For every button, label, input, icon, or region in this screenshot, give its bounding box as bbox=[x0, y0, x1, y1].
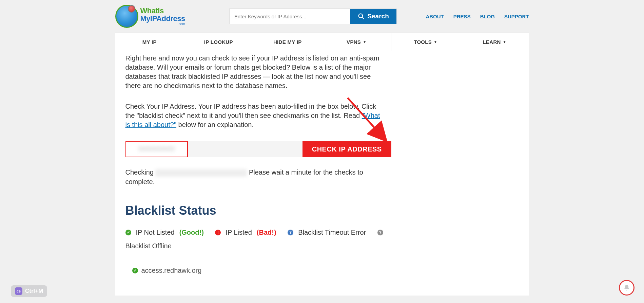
check-ip-button[interactable]: CHECK IP ADDRESS bbox=[303, 141, 391, 157]
text: Checking bbox=[125, 168, 156, 176]
link-about[interactable]: ABOUT bbox=[426, 14, 444, 19]
search-button[interactable]: Search bbox=[350, 9, 396, 24]
nav-label: MY IP bbox=[142, 39, 157, 45]
site-header: WhatIs MyIPAddress .com Search ABOUT PRE… bbox=[115, 0, 529, 33]
nav-label: VPNS bbox=[347, 39, 361, 45]
nav-label: HIDE MY IP bbox=[273, 39, 302, 45]
text: below for an explanation. bbox=[176, 121, 254, 128]
text: Check Your IP Address. Your IP address h… bbox=[125, 103, 376, 119]
check-instructions: Check Your IP Address. Your IP address h… bbox=[125, 102, 387, 129]
nav-vpns[interactable]: VPNS▼ bbox=[322, 33, 391, 51]
nav-ip-lookup[interactable]: IP LOOKUP bbox=[184, 33, 253, 51]
legend-timeout: Blacklist Timeout Error bbox=[298, 227, 366, 237]
nav-hide-my-ip[interactable]: HIDE MY IP bbox=[253, 33, 323, 51]
header-links: ABOUT PRESS BLOG SUPPORT bbox=[426, 14, 529, 19]
logo[interactable]: WhatIs MyIPAddress .com bbox=[115, 5, 185, 28]
search-input[interactable] bbox=[230, 9, 351, 24]
logo-text: WhatIs MyIPAddress .com bbox=[140, 7, 185, 26]
link-support[interactable]: SUPPORT bbox=[504, 14, 529, 19]
logo-line2: MyIPAddress bbox=[140, 15, 185, 22]
pin-icon bbox=[128, 5, 135, 13]
chevron-down-icon: ▼ bbox=[434, 40, 437, 44]
status-legend: ✓ IP Not Listed (Good!) ! IP Listed (Bad… bbox=[125, 227, 393, 251]
ip-input[interactable]: XXXXXXXXXX bbox=[125, 141, 188, 157]
legend-good-tag: (Good!) bbox=[179, 227, 204, 237]
intro-paragraph: Right here and now you can check to see … bbox=[125, 54, 387, 90]
notification-button[interactable] bbox=[619, 280, 635, 296]
question-icon: ? bbox=[377, 230, 383, 235]
nav-learn[interactable]: LEARN▼ bbox=[460, 33, 529, 51]
globe-icon bbox=[115, 5, 138, 28]
shortcut-label: Ctrl+M bbox=[25, 288, 43, 295]
search-button-label: Search bbox=[367, 13, 389, 20]
checking-status: Checking Please wait a minute for the ch… bbox=[125, 167, 376, 186]
main-content-row: Right here and now you can check to see … bbox=[115, 51, 529, 296]
ip-input-extension bbox=[188, 141, 303, 157]
nav-my-ip[interactable]: MY IP bbox=[115, 33, 184, 51]
question-icon: ? bbox=[288, 230, 293, 235]
check-icon: ✓ bbox=[125, 230, 131, 235]
article-content: Right here and now you can check to see … bbox=[115, 51, 393, 296]
nav-tools[interactable]: TOOLS▼ bbox=[391, 33, 461, 51]
search-icon bbox=[358, 13, 365, 20]
blacklist-status-heading: Blacklist Status bbox=[125, 203, 393, 218]
alert-icon: ! bbox=[215, 230, 221, 235]
shortcut-widget[interactable]: cs Ctrl+M bbox=[11, 285, 47, 296]
nav-label: TOOLS bbox=[414, 39, 432, 45]
chevron-down-icon: ▼ bbox=[503, 40, 506, 44]
link-blog[interactable]: BLOG bbox=[480, 14, 495, 19]
svg-line-1 bbox=[362, 17, 364, 19]
result-host: access.redhawk.org bbox=[141, 267, 202, 274]
bell-icon bbox=[623, 284, 630, 291]
ip-check-row: XXXXXXXXXX CHECK IP ADDRESS bbox=[125, 141, 391, 157]
check-icon: ✓ bbox=[132, 268, 138, 273]
legend-bad-tag: (Bad!) bbox=[257, 227, 276, 237]
legend-not-listed: IP Not Listed bbox=[136, 227, 175, 237]
nav-label: LEARN bbox=[483, 39, 501, 45]
checking-ip-redacted bbox=[155, 169, 247, 177]
sidebar bbox=[407, 51, 529, 296]
logo-line3: .com bbox=[140, 22, 185, 26]
blacklist-result-item: ✓ access.redhawk.org bbox=[132, 267, 393, 274]
nav-label: IP LOOKUP bbox=[204, 39, 233, 45]
chevron-down-icon: ▼ bbox=[363, 40, 366, 44]
logo-line1: WhatIs bbox=[140, 7, 185, 15]
search-form: Search bbox=[229, 8, 397, 24]
app-icon: cs bbox=[15, 287, 22, 295]
main-nav: MY IP IP LOOKUP HIDE MY IP VPNS▼ TOOLS▼ … bbox=[115, 33, 529, 51]
legend-listed: IP Listed bbox=[226, 227, 252, 237]
link-press[interactable]: PRESS bbox=[453, 14, 471, 19]
legend-offline: Blacklist Offline bbox=[125, 241, 172, 251]
